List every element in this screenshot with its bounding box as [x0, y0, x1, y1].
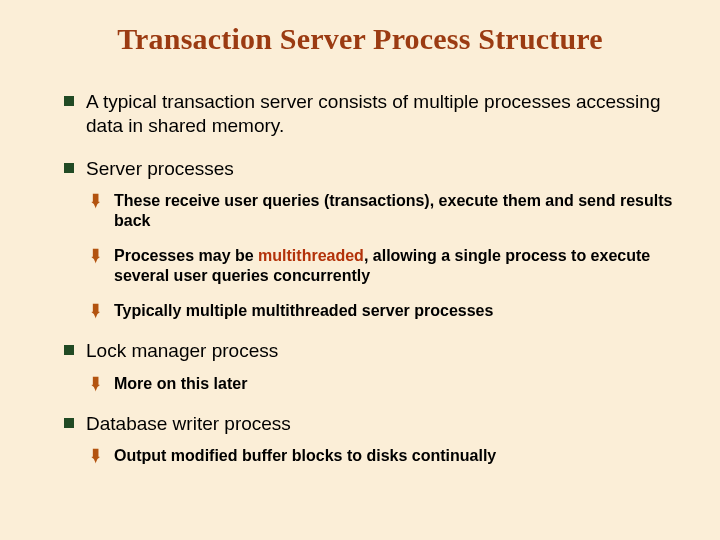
arrow-icon: ➨ — [84, 303, 107, 318]
sub-bullet-text: More on this later — [114, 375, 247, 392]
bullet-text: Server processes — [86, 158, 234, 179]
sub-bullet-receive-queries: ➨ These receive user queries (transactio… — [88, 191, 684, 232]
bullet-db-writer: Database writer process ➨ Output modifie… — [64, 412, 684, 467]
slide: Transaction Server Process Structure A t… — [0, 0, 720, 540]
sub-bullet-text: Processes may be multithreaded, allowing… — [114, 247, 650, 284]
slide-title: Transaction Server Process Structure — [36, 22, 684, 56]
bullet-text: Database writer process — [86, 413, 291, 434]
arrow-icon: ➨ — [84, 248, 107, 263]
sub-list: ➨ Output modified buffer blocks to disks… — [88, 446, 684, 466]
sub-bullet-typically-multiple: ➨ Typically multiple multithreaded serve… — [88, 301, 684, 321]
sub-bullet-text: These receive user queries (transactions… — [114, 192, 672, 229]
sub-list: ➨ These receive user queries (transactio… — [88, 191, 684, 321]
highlight-multithreaded: multithreaded — [258, 247, 364, 264]
bullet-text: A typical transaction server consists of… — [86, 91, 660, 136]
bullet-text: Lock manager process — [86, 340, 278, 361]
sub-bullet-output-blocks: ➨ Output modified buffer blocks to disks… — [88, 446, 684, 466]
sub-list: ➨ More on this later — [88, 374, 684, 394]
sub-bullet-text: Typically multiple multithreaded server … — [114, 302, 493, 319]
arrow-icon: ➨ — [84, 376, 107, 391]
bullet-typical-server: A typical transaction server consists of… — [64, 90, 684, 139]
bullet-server-processes: Server processes ➨ These receive user qu… — [64, 157, 684, 322]
sub-bullet-multithreaded: ➨ Processes may be multithreaded, allowi… — [88, 246, 684, 287]
sub-bullet-more-later: ➨ More on this later — [88, 374, 684, 394]
bullet-list: A typical transaction server consists of… — [64, 90, 684, 467]
arrow-icon: ➨ — [84, 448, 107, 463]
arrow-icon: ➨ — [84, 193, 107, 208]
text-pre: Processes may be — [114, 247, 258, 264]
sub-bullet-text: Output modified buffer blocks to disks c… — [114, 447, 496, 464]
bullet-lock-manager: Lock manager process ➨ More on this late… — [64, 339, 684, 394]
